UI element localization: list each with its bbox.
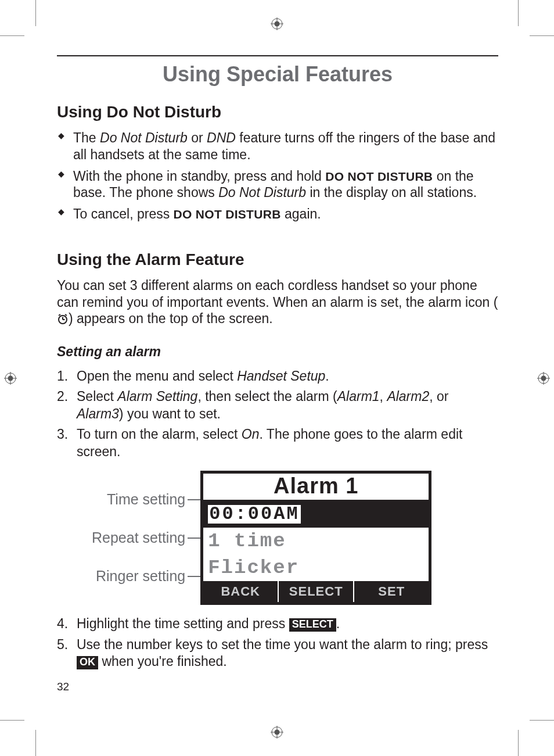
text: or [188,130,207,145]
lcd-callouts: Time setting Repeat setting Ringer setti… [92,471,200,605]
text: . [336,616,340,631]
registration-mark-icon [4,372,17,385]
dnd-heading: Using Do Not Disturb [57,103,498,121]
callout-repeat: Repeat setting [92,529,185,546]
text-italic: DND [207,130,236,145]
dnd-bullet-2: With the phone in standby, press and hol… [73,168,498,202]
text: Select [77,389,117,404]
page-content: Using Special Features Using Do Not Dist… [57,55,498,674]
text: in the display on all stations. [306,185,477,200]
text: Highlight the time setting and press [77,616,289,631]
alarm-subheading: Setting an alarm [57,344,498,360]
crop-mark [530,24,554,36]
lcd-screen: Alarm 1 00:00AM 1 time Flicker BACK SELE… [200,471,431,605]
text: when you're finished. [98,654,227,669]
text: . [325,368,329,384]
alarm-step-1: Open the menu and select Handset Setup. [57,368,498,385]
registration-mark-icon [271,17,283,30]
top-rule [57,55,498,56]
crop-mark [518,0,530,26]
text: , [380,389,387,404]
lcd-row-time: 00:00AM [203,501,429,528]
alarm-intro: You can set 3 different alarms on each c… [57,277,498,329]
alarm-step-3: To turn on the alarm, select On. The pho… [57,426,498,460]
lcd-repeat-value: 1 time [208,530,286,552]
text-italic: On [242,427,260,442]
lcd-figure: Time setting Repeat setting Ringer setti… [92,471,498,605]
alarm-step-5: Use the number keys to set the time you … [57,636,498,671]
registration-mark-icon [537,372,550,385]
text: , or [429,389,448,404]
text: You can set 3 different alarms on each c… [57,278,498,310]
text: again. [281,206,321,221]
alarm-steps-cont: Highlight the time setting and press SEL… [57,615,498,670]
text: To cancel, press [73,206,174,221]
svg-line-19 [59,314,60,316]
select-keycap: SELECT [289,618,336,632]
callout-time: Time setting [107,491,185,508]
lcd-title: Alarm 1 [203,474,429,501]
text-italic: Alarm3 [77,406,119,421]
dnd-bullet-3: To cancel, press DO NOT DISTURB again. [73,206,498,223]
text-italic: Handset Setup [237,368,325,384]
text: With the phone in standby, press and hol… [73,169,325,184]
hardkey-label: DO NOT DISTURB [174,207,281,221]
softkey-set: SET [353,581,429,602]
crop-mark [530,720,554,732]
text-italic: Alarm Setting [117,389,197,404]
lcd-softkeys: BACK SELECT SET [203,581,429,602]
hardkey-label: DO NOT DISTURB [325,170,433,183]
alarm-step-2: Select Alarm Setting, then select the al… [57,388,498,422]
page-number: 32 [57,680,69,693]
ok-keycap: OK [77,656,98,669]
lcd-row-ringer: Flicker [203,554,429,581]
text-italic: Do Not Disturb [218,185,306,200]
crop-mark [0,720,24,732]
text-italic: Alarm2 [387,389,429,404]
lcd-time-value: 00:00AM [208,505,300,524]
registration-mark-icon [271,726,283,739]
softkey-back: BACK [203,581,278,602]
crop-mark [24,730,36,756]
text: , then select the alarm ( [197,389,337,404]
text: ) appears on the top of the screen. [69,311,273,326]
page-title: Using Special Features [57,62,498,87]
svg-line-20 [65,314,67,316]
crop-mark [518,730,530,756]
text: The [73,130,100,145]
text: ) you want to set. [119,406,221,421]
lcd-row-repeat: 1 time [203,528,429,554]
text: Use the number keys to set the time you … [77,637,488,652]
dnd-bullet-1: The Do Not Disturb or DND feature turns … [73,130,498,163]
crop-mark [24,0,36,26]
alarm-clock-icon [57,312,69,329]
crop-mark [0,24,24,36]
alarm-step-4: Highlight the time setting and press SEL… [57,615,498,632]
text-italic: Do Not Disturb [100,130,188,145]
softkey-select: SELECT [278,581,353,602]
connector-line [188,499,200,500]
lcd-ringer-value: Flicker [208,557,299,579]
callout-ringer: Ringer setting [96,568,185,585]
text-italic: Alarm1 [337,389,380,404]
alarm-heading: Using the Alarm Feature [57,250,498,269]
alarm-steps: Open the menu and select Handset Setup. … [57,368,498,460]
text: To turn on the alarm, select [77,427,242,442]
connector-line [188,538,200,539]
dnd-list: The Do Not Disturb or DND feature turns … [57,130,498,223]
text: Open the menu and select [77,368,237,384]
connector-line [188,576,200,577]
